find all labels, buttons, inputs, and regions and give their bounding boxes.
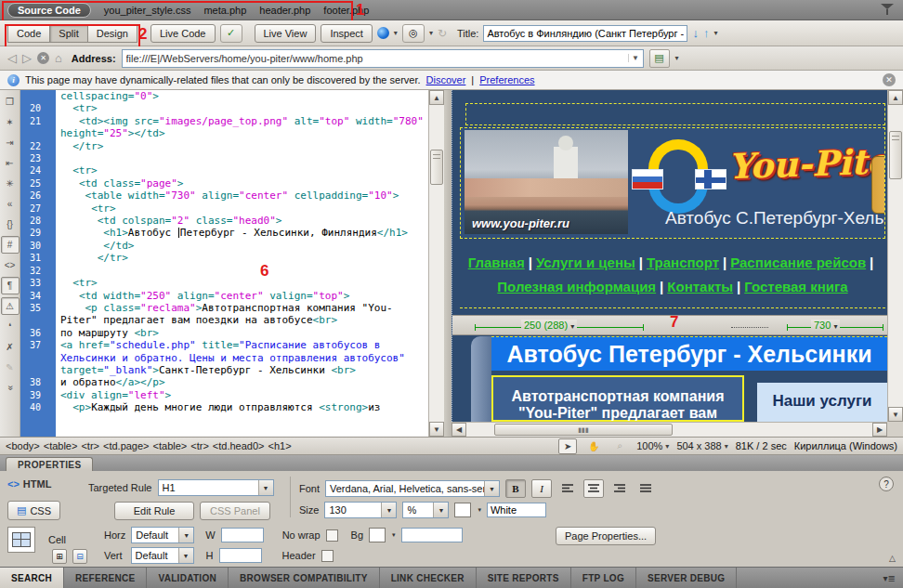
results-tab-validation[interactable]: VALIDATION	[147, 568, 229, 588]
tag-selector-item[interactable]: <td.page>	[103, 440, 150, 451]
table-width-menu[interactable]: 730 ▾	[811, 320, 840, 331]
magnification-select[interactable]: 100%▾	[636, 440, 669, 451]
tag-selector-item[interactable]: <table>	[153, 440, 188, 451]
horz-select[interactable]: Default▼	[131, 527, 194, 543]
filter-icon[interactable]	[881, 4, 894, 16]
results-tab-ftp-log[interactable]: FTP LOG	[571, 568, 636, 588]
site-nav-link[interactable]: Транспорт	[647, 255, 719, 270]
reclama-cell[interactable]: Автотранспортная компания "You-Piter" пр…	[491, 375, 744, 422]
discover-link[interactable]: Discover	[426, 74, 466, 85]
size-unit-select[interactable]: %▼	[402, 502, 449, 518]
collapse-full-tag-icon[interactable]: ⇥	[1, 134, 20, 151]
expand-all-icon[interactable]: ✳	[1, 175, 20, 192]
visual-aids-icon[interactable]: ◎	[402, 24, 425, 43]
html-mode-button[interactable]: <>HTML	[7, 478, 51, 490]
scrollbar-thumb[interactable]: ▮▮▮	[494, 424, 673, 436]
scroll-right-icon[interactable]: ▶	[872, 423, 887, 437]
align-justify-icon[interactable]	[635, 479, 656, 498]
scroll-up-icon[interactable]: ▲	[888, 90, 903, 105]
split-view-divider[interactable]	[444, 90, 452, 437]
size-select[interactable]: 130▼	[324, 502, 397, 518]
split-view-button[interactable]: Split	[49, 24, 87, 43]
results-tab-search[interactable]: SEARCH	[0, 568, 64, 588]
remove-comment-icon[interactable]: ✗	[1, 338, 20, 356]
align-center-icon[interactable]	[583, 479, 604, 498]
related-file-tab[interactable]: meta.php	[203, 5, 246, 16]
scroll-down-icon[interactable]: ▼	[429, 422, 444, 437]
cell-width-input[interactable]	[221, 528, 264, 542]
code-view-button[interactable]: Code	[7, 24, 50, 43]
home-icon[interactable]: ⌂	[55, 51, 62, 65]
vert-select[interactable]: Default▼	[131, 547, 194, 564]
results-tab-site-reports[interactable]: SITE REPORTS	[477, 568, 571, 588]
close-infobar-icon[interactable]: ✕	[883, 73, 896, 86]
results-tab-server-debug[interactable]: SERVER DEBUG	[636, 568, 737, 588]
visual-aids-dropdown-icon[interactable]: ▾	[429, 29, 433, 37]
site-nav-link[interactable]: Гостевая книга	[744, 279, 847, 294]
address-dropdown-icon[interactable]: ▼	[628, 54, 643, 62]
inspect-button[interactable]: Inspect	[321, 24, 372, 43]
scroll-left-icon[interactable]: ◀	[452, 423, 466, 437]
view-options-dropdown-icon[interactable]: ▾	[675, 54, 679, 62]
properties-tab[interactable]: PROPERTIES	[6, 457, 93, 471]
align-left-icon[interactable]	[557, 479, 578, 498]
zoom-tool-icon[interactable]: ⌕	[610, 438, 629, 454]
scroll-up-icon[interactable]: ▲	[429, 90, 444, 105]
scrollbar-thumb[interactable]	[430, 150, 443, 185]
split-cell-icon[interactable]: ⊟	[72, 549, 87, 564]
scrollbar-thumb[interactable]	[889, 131, 902, 179]
scroll-down-icon[interactable]: ▼	[888, 407, 903, 422]
window-size-select[interactable]: 504 x 388▾	[676, 440, 727, 451]
file-management-dropdown-icon[interactable]: ▾	[713, 29, 717, 37]
merge-cells-icon[interactable]: ⊞	[52, 549, 67, 564]
panel-menu-icon[interactable]: ▾≣	[883, 568, 903, 588]
site-nav-link[interactable]: Расписание рейсов	[730, 255, 866, 270]
hand-tool-icon[interactable]: ✋	[584, 438, 603, 454]
header-checkbox[interactable]	[321, 550, 334, 562]
site-nav-link[interactable]: Услуги и цены	[536, 255, 635, 270]
tag-selector-item[interactable]: <tr>	[190, 440, 209, 451]
tag-selector-item[interactable]: <tr>	[81, 440, 99, 451]
targeted-rule-select[interactable]: H1▼	[158, 479, 274, 496]
live-view-button[interactable]: Live View	[255, 24, 317, 43]
site-nav-link[interactable]: Главная	[468, 255, 525, 270]
bold-button[interactable]: B	[505, 479, 526, 498]
forward-icon[interactable]: ▷	[22, 51, 32, 65]
text-color-swatch[interactable]	[454, 503, 471, 517]
css-panel-button[interactable]: CSS Panel	[200, 502, 270, 520]
column-width-menu[interactable]: 250 (288) ▾	[521, 320, 577, 331]
code-navigator-icon[interactable]: ✶	[1, 113, 20, 131]
align-right-icon[interactable]	[609, 479, 630, 498]
preview-in-browser-icon[interactable]	[377, 27, 389, 39]
select-parent-tag-icon[interactable]: «	[1, 195, 20, 213]
help-icon[interactable]: ?	[879, 477, 894, 491]
format-source-code-icon[interactable]: ✎	[1, 359, 20, 376]
text-color-input[interactable]	[487, 503, 546, 517]
view-options-icon[interactable]: ▤	[649, 49, 670, 68]
preview-dropdown-icon[interactable]: ▾	[394, 29, 398, 37]
css-mode-button[interactable]: ▤CSS	[7, 501, 60, 520]
bg-color-swatch[interactable]	[369, 528, 386, 542]
balance-braces-icon[interactable]: {}	[1, 216, 20, 233]
no-wrap-checkbox[interactable]	[326, 529, 338, 542]
preferences-link[interactable]: Preferences	[479, 74, 534, 85]
collapse-panel-icon[interactable]: »	[1, 379, 19, 398]
word-wrap-icon[interactable]: ¶	[1, 277, 20, 294]
syntax-error-alerts-icon[interactable]: ⚠	[1, 297, 20, 315]
related-file-tab[interactable]: header.php	[259, 5, 310, 16]
site-header-banner[interactable]: www.you-piter.ru You-Piter Автобус С.Пет…	[460, 127, 885, 239]
bg-color-input[interactable]	[401, 528, 463, 542]
stop-icon[interactable]: ✕	[37, 52, 49, 64]
get-file-icon[interactable]: ↓	[692, 26, 699, 40]
results-tab-link-checker[interactable]: LINK CHECKER	[380, 568, 477, 588]
italic-button[interactable]: I	[531, 479, 552, 498]
open-documents-icon[interactable]: ❐	[1, 93, 20, 111]
put-file-icon[interactable]: ↑	[703, 26, 710, 40]
edit-rule-button[interactable]: Edit Rule	[114, 502, 194, 520]
services-cell[interactable]: Наши услуги	[757, 383, 887, 422]
results-tab-reference[interactable]: REFERENCE	[64, 568, 147, 588]
tag-selector-item[interactable]: <h1>	[268, 440, 292, 451]
tag-selector-item[interactable]: <td.head0>	[213, 440, 265, 451]
check-browser-compatibility-icon[interactable]: ✓	[220, 24, 242, 43]
related-file-tab[interactable]: you_piter_style.css	[104, 5, 191, 16]
